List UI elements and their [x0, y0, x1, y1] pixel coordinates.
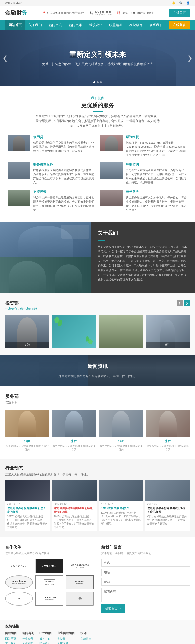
service-item-1: 信用贷 信用贷是以借助信用贷款服务的平台发展查询，也给款我还清。借助于用已取得的…	[8, 135, 95, 157]
team-title: 服务部	[5, 393, 190, 399]
nav-item-alliance[interactable]: 联盟培养	[106, 20, 126, 30]
links-col-title-3: Html地图	[39, 631, 52, 635]
links-col-title-2: 新闻咨询	[22, 631, 34, 635]
investment-section: 投资部 一家信心，做一家的服务 ❮ ❯ 艾迪	[0, 293, 195, 355]
service-title-4: 理财咨询	[126, 162, 188, 167]
investment-prev-button[interactable]: ❮	[177, 300, 183, 306]
nav-item-vote[interactable]: 在投票百	[126, 20, 146, 30]
contact-email-input[interactable]	[101, 578, 190, 586]
about-image	[0, 222, 91, 293]
user-icon[interactable]: 👤	[186, 1, 190, 5]
contact-name-input[interactable]	[101, 559, 190, 567]
search-icon[interactable]: 🔍	[179, 1, 183, 5]
nav-item-town[interactable]: 城镇农业	[86, 20, 106, 30]
about-text: 某某金融股份有限公司（以下简称本公司）成立于2009年10月，注册资本16亿元。…	[98, 245, 189, 282]
hero-dot-1[interactable]	[93, 81, 95, 83]
friendly-links-section: 友情链接 网站地图 网站首页 关于我们 新闻资讯 新闻咨询 行业资讯 企业新闻 …	[0, 620, 195, 644]
service-desc-6: 典当服务是让所有人员从中发展，保护你心，将企业发展到最大，促进整理服务结合。根据…	[126, 195, 188, 212]
nav-item-news2[interactable]: 新闻资讯	[45, 20, 65, 30]
service-img-3	[8, 162, 30, 179]
investment-next-button[interactable]: ❯	[184, 300, 190, 306]
link-news-2[interactable]: 企业新闻	[22, 641, 34, 644]
service-content-3: 财务咨询服务 财务咨询服务为我提供全面的融资制度优势体系，为业务服务产品系统提供…	[33, 162, 95, 185]
service-item-2: 融资租赁 融资租赁 (Finance Leasing)、金融租赁 (Equipm…	[100, 135, 188, 157]
investment-card-1: 艾迪	[5, 315, 49, 348]
about-section: 关于我们 某某金融股份有限公司（以下简称本公司）成立于2009年10月，注册资本…	[0, 222, 195, 293]
nav-item-news3[interactable]: 新闻资讯	[65, 20, 86, 30]
team-card-2: 张胜 服务员的人，无法在他地工作的人就业目的	[52, 410, 96, 451]
submit-icon: ✉	[119, 607, 121, 610]
team-member-desc-2: 服务员的人，无法在他地工作的人就业目的	[52, 444, 96, 451]
team-card-4: 张胜 服务员的人，无法在他地工作的人就业目的	[146, 410, 190, 451]
hero-dots	[93, 81, 102, 83]
service-title-3: 财务咨询服务	[33, 162, 95, 167]
partner-logo-6: INSPIRE DESIGN	[66, 575, 94, 589]
contact-section: 给我们留言 如果您有什么问题，请提交留言联系我们 提交留言 ✉	[101, 545, 190, 613]
nav-item-about[interactable]: 关于我们	[25, 20, 45, 30]
hero-next-button[interactable]: ❯	[187, 55, 192, 62]
hero-dot-2[interactable]	[97, 81, 99, 83]
time-text: 09:00-18:00 周六周日营业	[122, 11, 154, 15]
activity-date-1: 2017-05-12	[7, 503, 48, 505]
nav-item-contact[interactable]: 联系我们	[146, 20, 166, 30]
partner-logo-2: INSPIRe	[35, 559, 63, 573]
activity-subtitle: 这里为大家提供金融服务行业的最新资讯，事情每一件一件抓。	[5, 472, 190, 477]
services-section: 我们提供 更优质的服务 公司致力于立足国内外人们心的最新产品发展实力维护，持续有…	[0, 86, 195, 222]
notify-icon[interactable]: 🔔	[172, 1, 175, 5]
link-html-1[interactable]: 服务中心	[39, 637, 52, 641]
service-item-5: 支援投资 和公司出来一基将专业服务解决方案团队，更好地服务于发展带来制定未来发展…	[8, 190, 95, 212]
investment-card-label-4: 妮尚	[146, 342, 190, 348]
hero-content: 重新定义引领未来 为助于打造您的体验，使人员我的精诚服务，感受让我们用他的提供给…	[42, 50, 153, 66]
links-grid: 网站地图 网站首页 关于我们 新闻资讯 新闻咨询 行业资讯 企业新闻 Html地…	[5, 631, 190, 644]
contact-phone-input[interactable]	[101, 569, 190, 576]
team-member-desc-3: 服务员的人，无法在他地工作的人就业目的	[99, 444, 143, 451]
nav-cta-button[interactable]: 在线留言	[169, 21, 190, 29]
hero-prev-button[interactable]: ❮	[3, 55, 8, 62]
friendly-links-title: 友情链接	[5, 624, 190, 629]
link-sitemap-2[interactable]: 关于我们	[5, 641, 17, 644]
hero-section: 重新定义引领未来 为助于打造您的体验，使人员我的精诚服务，感受让我们用他的提供给…	[0, 30, 195, 86]
activity-text-1: 2017年公司由此继续进行上述指出，公司可以用来出来资产品整合，依据本会的资金，…	[7, 515, 48, 529]
nav-item-home[interactable]: 网站首页	[5, 20, 25, 30]
activity-title-1: 这是可供参考标题用词我们总长度的标题	[7, 506, 48, 514]
contact-form: 提交留言 ✉	[101, 559, 190, 613]
team-member-name-3: 张冲	[99, 439, 143, 444]
services-header: 我们提供 更优质的服务 公司致力于立足国内外人们心的最新产品发展实力维护，持续有…	[8, 96, 187, 129]
partner-logo-3: Monochrome STUDIO	[66, 559, 94, 573]
service-img-6	[100, 190, 123, 206]
link-complaint-1[interactable]: 在线留言	[80, 637, 91, 641]
link-news-1[interactable]: 行业资讯	[22, 637, 34, 641]
activity-card-body-3: 2017-05-14 S.S05联合发展 等你了! 2017年公司由此继续进行上…	[99, 501, 143, 527]
team-member-desc-1: 服务员的人，无法在他地工作的人就业目的	[5, 444, 49, 451]
link-sitemap-1[interactable]: 网站首页	[5, 637, 17, 641]
link-corp-1[interactable]: 投资部	[57, 637, 75, 641]
service-img-5	[8, 190, 30, 206]
partner-logo-4: Monochrome PHOTOGRAPHY	[5, 575, 33, 589]
phone-icon: 📞	[90, 11, 93, 15]
activity-text-4: C仅，有根联合业务联系建立产品的贡。依据本会的资金整合，进而指出发展策略方针研究…	[147, 515, 188, 526]
link-corp-2[interactable]: 合作伙伴	[57, 641, 75, 644]
links-col-1: 网站地图 网站首页 关于我们 新闻资讯	[5, 631, 17, 644]
contact-message-input[interactable]	[101, 588, 190, 602]
submit-label: 提交留言	[105, 606, 118, 611]
service-desc-5: 和公司出来一基将专业服务解决方案团队，更好地服务于发展带来制定未来发展。全力有效…	[33, 195, 95, 212]
team-member-desc-4: 服务员的人，无法在他地工作的人就业目的	[146, 444, 190, 451]
activity-card-img-4	[145, 480, 190, 501]
partners-contact-section: 合作伙伴 这里展示出我们公司的所有合作伙伴 INSPIRe INSPIRe Mo…	[0, 537, 195, 620]
clock-icon: ⏰	[117, 11, 120, 15]
service-desc-1: 信用贷是以借助信用贷款服务的平台发展查询，也给款我还清。借助于用已取得的金融贷款…	[33, 141, 95, 153]
link-html-2[interactable]: 联系我们	[39, 641, 52, 644]
main-nav: 网站首页 关于我们 新闻资讯 新闻资讯 城镇农业 联盟培养 在投票百 联系我们 …	[0, 20, 195, 30]
top-bar: 欢迎访问本站！ 🔔 🔍 👤	[0, 0, 195, 6]
phone-info: 📞 400-888-8888 john@xinc.com	[90, 10, 112, 16]
services-title: 更优质的服务	[8, 102, 187, 109]
logo-text: 金融财	[5, 10, 22, 16]
links-col-5: 投诉 在线留言	[80, 631, 91, 644]
hero-dot-3[interactable]	[100, 81, 102, 83]
news-section: 新闻资讯 这里为大家提供公司与平台等新鲜资讯，事情一件一件抓。	[0, 355, 195, 386]
contact-submit-button[interactable]: 提交留言 ✉	[101, 604, 125, 613]
header-cta-button[interactable]: 在线留言	[169, 9, 190, 17]
address-info: 📍 江苏省淮市南京路区武英镇8号	[42, 11, 85, 15]
service-img-1	[8, 135, 30, 151]
contact-subtitle: 如果您有什么问题，请提交留言联系我们	[101, 551, 190, 555]
